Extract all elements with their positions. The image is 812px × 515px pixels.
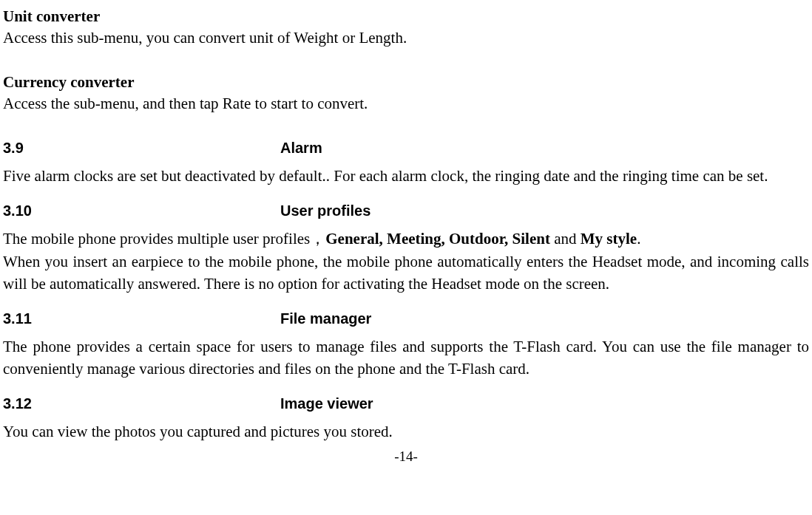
section-user-profiles-line2: When you insert an earpiece to the mobil…: [3, 251, 809, 295]
section-user-profiles-line1: The mobile phone provides multiple user …: [3, 228, 809, 250]
section-num: 3.10: [3, 200, 280, 221]
section-file-manager-header: 3.11 File manager: [3, 308, 809, 329]
currency-converter-heading: Currency converter: [3, 72, 809, 93]
section-image-viewer-body: You can view the photos you captured and…: [3, 421, 809, 443]
section-alarm-header: 3.9 Alarm: [3, 137, 809, 158]
currency-converter-body: Access the sub-menu, and then tap Rate t…: [3, 93, 809, 115]
section-alarm-body: Five alarm clocks are set but deactivate…: [3, 166, 809, 187]
section-title: File manager: [280, 308, 371, 329]
text-bold: General, Meeting, Outdoor, Silent: [325, 230, 554, 248]
section-num: 3.9: [3, 137, 280, 158]
text: .: [637, 230, 640, 248]
section-num: 3.11: [3, 308, 280, 329]
page-number: -14-: [3, 447, 809, 467]
unit-converter-heading: Unit converter: [3, 6, 809, 27]
section-title: Image viewer: [280, 393, 373, 414]
section-image-viewer-header: 3.12 Image viewer: [3, 393, 809, 414]
text: The mobile phone provides multiple user …: [3, 230, 325, 248]
section-num: 3.12: [3, 393, 280, 414]
text: and: [554, 230, 581, 248]
section-user-profiles-header: 3.10 User profiles: [3, 200, 809, 221]
section-file-manager-body: The phone provides a certain space for u…: [3, 336, 809, 380]
unit-converter-body: Access this sub-menu, you can convert un…: [3, 27, 809, 49]
text-bold: My style: [581, 230, 637, 248]
section-title: User profiles: [280, 200, 371, 221]
section-title: Alarm: [280, 137, 322, 158]
